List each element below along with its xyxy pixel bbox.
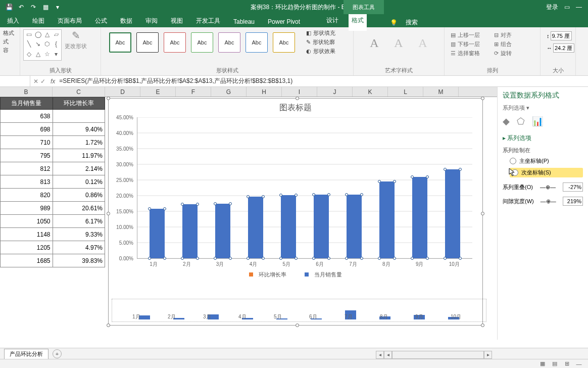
chart-object[interactable]: 图表标题 0.00%5.00%10.00%15.00%20.00%25.00%3… (108, 98, 483, 326)
fill-tab-icon[interactable]: ◆ (503, 116, 510, 127)
chart-title[interactable]: 图表标题 (109, 99, 482, 117)
col-header-c[interactable]: C (53, 87, 105, 97)
cell[interactable]: 1205 (1, 241, 53, 254)
bar[interactable] (182, 204, 198, 258)
wordart-gallery[interactable]: A A A (357, 29, 441, 57)
tab-format[interactable]: 格式 (349, 14, 367, 31)
tab-draw[interactable]: 绘图 (29, 15, 47, 27)
cell[interactable]: 1148 (1, 228, 53, 241)
tab-formula[interactable]: 公式 (92, 15, 110, 27)
bar[interactable] (412, 177, 427, 258)
minimize-icon[interactable]: — (576, 4, 582, 11)
style-item[interactable]: Abc (136, 32, 159, 53)
col-header[interactable]: I (282, 87, 317, 97)
cell[interactable]: 4.97% (53, 241, 105, 254)
secondary-axis-radio[interactable]: 次坐标轴(S) (510, 168, 583, 177)
view-normal-icon[interactable]: ▦ (537, 360, 548, 367)
wordart-item[interactable]: A (388, 32, 409, 54)
overlap-input[interactable] (563, 182, 583, 192)
cell[interactable]: 820 (1, 189, 53, 202)
gap-input[interactable] (563, 197, 583, 206)
tab-powerpivot[interactable]: Power Pivot (265, 16, 303, 27)
cell[interactable]: 710 (1, 136, 53, 149)
bar[interactable] (281, 195, 296, 258)
new-sheet-button[interactable]: + (53, 349, 62, 358)
style-item[interactable]: Abc (191, 32, 213, 53)
view-layout-icon[interactable]: ▤ (550, 360, 560, 367)
cell[interactable]: 812 (1, 162, 53, 175)
tab-design[interactable]: 设计 (323, 14, 341, 31)
col-header[interactable]: D (105, 87, 140, 97)
align-button[interactable]: ⊟对齐 (494, 31, 512, 39)
col-header[interactable]: J (317, 87, 353, 97)
horizontal-scrollbar[interactable]: ◂◂▸ (376, 351, 492, 359)
cell[interactable]: 1050 (1, 215, 53, 228)
chevron-down-icon[interactable]: ▾ (526, 105, 529, 111)
qat-icon[interactable]: ▾ (53, 2, 63, 12)
primary-axis-radio[interactable]: 主坐标轴(P) (510, 157, 583, 165)
shape-effects-button[interactable]: ◐形状效果 (306, 48, 335, 55)
col-header-b[interactable]: B (0, 87, 53, 97)
bring-forward-button[interactable]: ▤上移一层 (451, 31, 480, 39)
style-item[interactable]: Abc (273, 32, 295, 53)
enter-icon[interactable]: ✓ (40, 78, 45, 85)
login-label[interactable]: 登录 (546, 3, 558, 12)
shape-style-gallery[interactable]: Abc Abc Abc Abc Abc Abc Abc (104, 29, 300, 56)
tab-tableau[interactable]: Tableau (230, 16, 258, 27)
cell[interactable]: 813 (1, 175, 53, 189)
bar[interactable] (248, 197, 263, 258)
qat-icon[interactable]: ▦ (40, 2, 51, 12)
search-box[interactable]: 💡 搜索 (384, 14, 424, 31)
table-header[interactable]: 环比增长率 (53, 98, 105, 110)
width-input[interactable] (553, 43, 574, 53)
bar[interactable] (314, 195, 329, 258)
plot-area[interactable]: 0.00%5.00%10.00%15.00%20.00%25.00%30.00%… (137, 117, 472, 259)
cell[interactable]: 1685 (1, 254, 53, 267)
mini-chart[interactable]: 1月2月3月4月5月6月7月8月9月10月 (112, 299, 486, 322)
bar[interactable] (215, 204, 230, 259)
bar[interactable] (445, 169, 460, 258)
change-shape-button[interactable]: ✎ 更改形状 (65, 29, 87, 50)
ribbon-left-label[interactable]: 容 (3, 47, 22, 54)
cell[interactable]: 989 (1, 202, 53, 215)
view-break-icon[interactable]: ⊞ (562, 360, 572, 367)
style-item[interactable]: Abc (218, 32, 240, 53)
cell[interactable]: 2.14% (53, 162, 105, 175)
shape-outline-button[interactable]: ✎形状轮廓 (306, 38, 335, 46)
cell[interactable]: 9.40% (53, 123, 105, 136)
fx-icon[interactable]: fx (48, 78, 57, 85)
ribbon-left-label[interactable]: 式 (3, 38, 22, 45)
col-header[interactable]: F (176, 87, 211, 97)
table-header[interactable]: 当月销售量 (1, 98, 53, 110)
col-header[interactable]: M (423, 87, 459, 97)
sheet-tab[interactable]: 产品环比分析 (4, 349, 48, 359)
undo-icon[interactable]: ↶ (16, 2, 26, 12)
effects-tab-icon[interactable]: ⬠ (517, 116, 525, 127)
col-header[interactable]: K (353, 87, 388, 97)
send-backward-button[interactable]: ▥下移一层 (451, 40, 480, 48)
wordart-item[interactable]: A (412, 32, 433, 54)
cancel-icon[interactable]: ✕ (33, 78, 38, 85)
rotate-button[interactable]: ⟳旋转 (494, 50, 512, 57)
cell[interactable] (53, 110, 105, 123)
bar[interactable] (379, 181, 395, 258)
height-input[interactable] (551, 31, 572, 40)
style-item[interactable]: Abc (246, 32, 268, 53)
col-header[interactable]: G (211, 87, 247, 97)
cell[interactable]: 6.17% (53, 215, 105, 228)
wordart-item[interactable]: A (364, 32, 385, 54)
selection-pane-button[interactable]: ☰选择窗格 (451, 50, 480, 57)
ribbon-left-label[interactable]: 格式 (3, 29, 22, 37)
cell[interactable]: 698 (1, 123, 53, 136)
style-item[interactable]: Abc (109, 32, 131, 53)
ribbon-collapse-icon[interactable]: ▭ (564, 4, 570, 11)
tab-view[interactable]: 视图 (168, 15, 186, 27)
cell[interactable]: 0.12% (53, 175, 105, 189)
tab-review[interactable]: 审阅 (142, 15, 161, 27)
save-icon[interactable]: 💾 (4, 2, 14, 12)
cell[interactable]: 9.33% (53, 228, 105, 241)
cell[interactable]: 20.61% (53, 202, 105, 215)
col-header[interactable]: L (388, 87, 423, 97)
redo-icon[interactable]: ↷ (28, 2, 38, 12)
cell[interactable]: 638 (1, 110, 53, 123)
